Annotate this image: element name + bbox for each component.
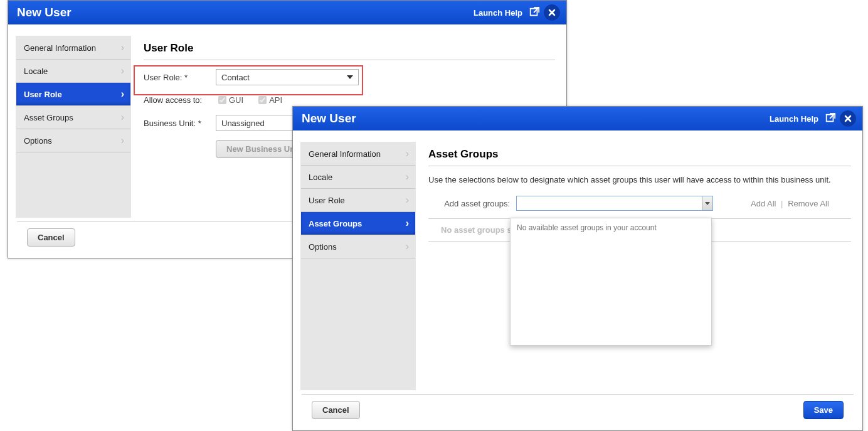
nav-item-label: Locale <box>309 173 332 182</box>
combobox-trigger[interactable] <box>702 196 712 210</box>
close-button[interactable] <box>840 110 856 127</box>
nav-item-locale[interactable]: Locale › <box>16 60 130 83</box>
nav-item-general-information[interactable]: General Information › <box>301 142 415 166</box>
page-title: User Role <box>144 42 555 60</box>
label-api: API <box>269 95 282 105</box>
chevron-right-icon: › <box>406 241 409 252</box>
remove-all-link[interactable]: Remove All <box>788 199 829 208</box>
dialog-title: New User <box>17 6 71 19</box>
asset-group-links: Add All | Remove All <box>751 199 829 208</box>
popout-icon[interactable] <box>825 113 836 124</box>
label-allow-access: Allow access to: <box>144 95 216 105</box>
user-role-value: Contact <box>221 73 250 82</box>
nav-item-label: Options <box>309 242 337 252</box>
nav-item-user-role[interactable]: User Role › <box>16 83 130 106</box>
cancel-button[interactable]: Cancel <box>312 401 360 419</box>
sidebar-nav: General Information › Locale › User Role… <box>16 36 131 218</box>
label-add-asset-groups: Add asset groups: <box>428 199 516 208</box>
label-user-role: User Role: * <box>144 73 216 82</box>
chevron-down-icon <box>347 75 353 79</box>
label-gui: GUI <box>229 95 243 105</box>
chevron-right-icon: › <box>121 65 124 77</box>
chevron-down-icon <box>705 202 710 205</box>
cancel-button[interactable]: Cancel <box>27 228 75 247</box>
nav-item-general-information[interactable]: General Information › <box>16 36 130 60</box>
chevron-right-icon: › <box>121 135 124 146</box>
page-title: Asset Groups <box>428 148 851 166</box>
launch-help-link[interactable]: Launch Help <box>770 114 818 124</box>
sidebar-nav: General Information › Locale › User Role… <box>300 142 416 390</box>
user-role-select[interactable]: Contact <box>216 69 359 85</box>
dialog-titlebar: New User Launch Help <box>293 107 862 130</box>
nav-item-label: Asset Groups <box>24 113 73 122</box>
nav-item-label: General Information <box>24 43 96 53</box>
nav-item-label: Locale <box>24 67 48 76</box>
nav-item-label: Asset Groups <box>309 219 362 228</box>
nav-item-label: Options <box>24 136 52 146</box>
nav-item-asset-groups[interactable]: Asset Groups › <box>301 212 415 235</box>
nav-item-user-role[interactable]: User Role › <box>301 189 415 212</box>
dialog-titlebar: New User Launch Help <box>8 1 566 24</box>
nav-item-asset-groups[interactable]: Asset Groups › <box>16 106 130 129</box>
nav-item-locale[interactable]: Locale › <box>301 166 415 189</box>
checkbox-gui[interactable] <box>218 96 226 104</box>
chevron-right-icon: › <box>121 88 124 100</box>
combobox-popover: No available asset groups in your accoun… <box>510 218 712 346</box>
popover-message: No available asset groups in your accoun… <box>517 223 657 232</box>
add-all-link[interactable]: Add All <box>751 199 776 208</box>
business-unit-value: Unassigned <box>221 119 265 128</box>
nav-item-label: User Role <box>24 90 62 99</box>
checkbox-api[interactable] <box>258 96 267 104</box>
close-button[interactable] <box>544 4 560 21</box>
nav-item-options[interactable]: Options › <box>16 129 130 152</box>
chevron-right-icon: › <box>121 112 124 123</box>
dialog-new-user-asset-groups: New User Launch Help General Information… <box>292 106 863 431</box>
dialog-title: New User <box>302 112 356 125</box>
save-button[interactable]: Save <box>803 401 844 419</box>
chevron-right-icon: › <box>406 148 409 159</box>
chevron-right-icon: › <box>406 194 409 206</box>
chevron-right-icon: › <box>121 42 124 53</box>
nav-item-label: General Information <box>309 149 381 159</box>
asset-groups-combobox[interactable] <box>516 196 713 211</box>
nav-item-label: User Role <box>309 196 345 205</box>
asset-groups-input[interactable] <box>517 196 702 210</box>
separator: | <box>781 199 783 208</box>
chevron-right-icon: › <box>406 218 409 229</box>
page-description: Use the selections below to designate wh… <box>428 175 851 184</box>
content-pane-asset-groups: Asset Groups Use the selections below to… <box>422 142 854 390</box>
label-business-unit: Business Unit: * <box>144 119 216 128</box>
chevron-right-icon: › <box>406 171 409 183</box>
launch-help-link[interactable]: Launch Help <box>474 8 522 18</box>
nav-item-options[interactable]: Options › <box>301 235 415 258</box>
popout-icon[interactable] <box>529 7 540 18</box>
